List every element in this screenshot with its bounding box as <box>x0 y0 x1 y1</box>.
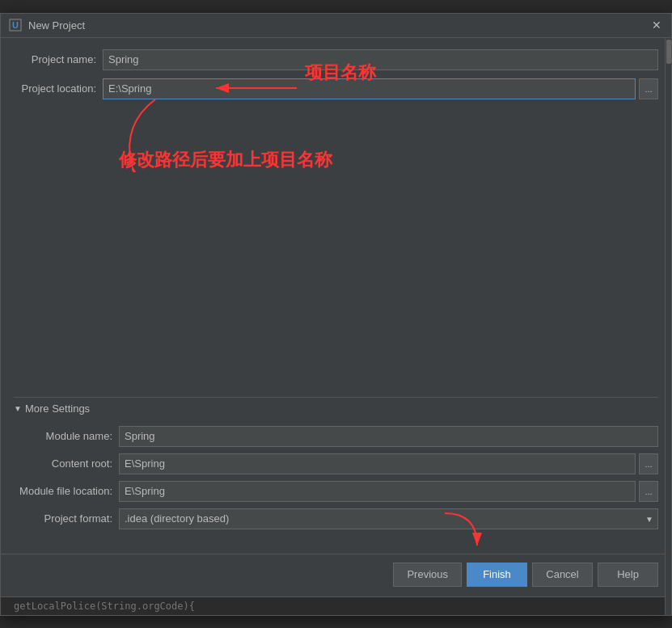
project-format-row: Project format: .idea (directory based) … <box>14 508 658 529</box>
bottom-code-content: getLocalPolice(String.orgCode){ <box>14 601 195 612</box>
content-root-browse-button[interactable]: ... <box>639 453 658 474</box>
content-root-input[interactable] <box>119 453 636 474</box>
title-bar-left: U New Project <box>9 19 85 32</box>
module-name-input[interactable] <box>119 426 658 447</box>
cancel-button[interactable]: Cancel <box>532 563 593 587</box>
help-button[interactable]: Help <box>598 563 658 587</box>
project-name-input-wrap <box>103 49 658 70</box>
more-settings-chevron-icon: ▼ <box>14 404 22 413</box>
module-file-location-input[interactable] <box>119 481 636 502</box>
module-file-location-label: Module file location: <box>14 485 119 497</box>
content-root-row: Content root: ... <box>14 453 658 474</box>
dialog-title: New Project <box>28 19 85 32</box>
project-location-input-wrap: ... <box>103 78 658 99</box>
project-location-row: Project location: ... <box>14 78 658 99</box>
module-file-location-input-wrap: ... <box>119 481 658 502</box>
scroll-thumb[interactable] <box>666 40 671 64</box>
content-root-input-wrap: ... <box>119 453 658 474</box>
project-location-browse-button[interactable]: ... <box>639 78 658 99</box>
previous-button[interactable]: Previous <box>393 563 462 587</box>
module-name-input-wrap <box>119 426 658 447</box>
project-location-input[interactable] <box>103 78 636 99</box>
dialog-icon: U <box>9 19 22 32</box>
more-settings-toggle[interactable]: ▼ More Settings <box>14 397 658 419</box>
content-root-label: Content root: <box>14 457 119 470</box>
new-project-dialog: U New Project ✕ Project name: Project lo… <box>0 13 672 616</box>
project-location-label: Project location: <box>14 82 103 95</box>
scrollbar[interactable] <box>665 38 671 615</box>
module-file-location-browse-button[interactable]: ... <box>639 481 658 502</box>
project-format-input-wrap: .idea (directory based) .ipr (file based… <box>119 508 658 529</box>
more-settings-label: More Settings <box>25 403 90 415</box>
project-name-input[interactable] <box>103 49 658 70</box>
title-bar: U New Project ✕ <box>1 14 671 38</box>
module-name-label: Module name: <box>14 430 119 442</box>
dialog-footer: Previous Finish Cancel Help <box>1 554 671 596</box>
bottom-code-text: getLocalPolice(String.orgCode){ <box>1 596 671 615</box>
project-name-label: Project name: <box>14 53 103 65</box>
module-name-row: Module name: <box>14 426 658 447</box>
close-button[interactable]: ✕ <box>650 19 663 32</box>
project-format-select[interactable]: .idea (directory based) .ipr (file based… <box>119 508 658 529</box>
finish-button[interactable]: Finish <box>467 563 527 587</box>
project-format-select-wrap: .idea (directory based) .ipr (file based… <box>119 508 658 529</box>
dialog-body: Project name: Project location: ... <box>1 38 671 554</box>
module-file-location-row: Module file location: ... <box>14 481 658 502</box>
project-format-label: Project format: <box>14 512 119 525</box>
svg-text:U: U <box>12 20 19 30</box>
empty-space <box>14 107 658 390</box>
more-settings-content: Module name: Content root: ... Module fi… <box>14 419 658 542</box>
project-name-row: Project name: <box>14 49 658 70</box>
